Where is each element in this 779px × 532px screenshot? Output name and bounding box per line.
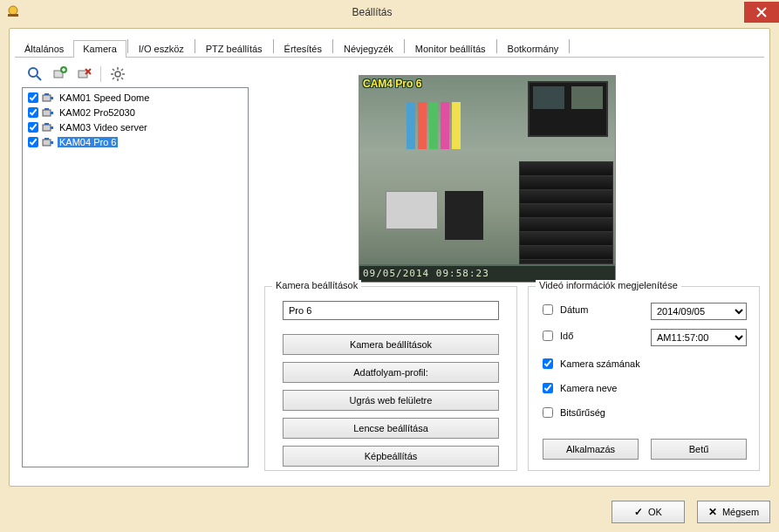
camera-tree-item[interactable]: KAM01 Speed Dome: [24, 90, 246, 105]
tab-separator: [496, 39, 497, 53]
svg-rect-16: [43, 95, 51, 101]
apply-button[interactable]: Alkalmazás: [543, 439, 639, 460]
preview-box: [445, 191, 483, 240]
tab-ptz-label: PTZ beállítás: [206, 44, 263, 54]
time-checkbox[interactable]: [543, 331, 553, 341]
tab-io[interactable]: I/O eszköz: [129, 40, 194, 58]
svg-line-12: [113, 69, 114, 71]
camera-tree-checkbox[interactable]: [28, 122, 38, 133]
svg-rect-22: [43, 125, 51, 131]
camera-name-input[interactable]: [283, 301, 499, 320]
tab-camera-label: Kamera: [83, 44, 117, 54]
camera-tree-checkbox[interactable]: [28, 137, 38, 147]
gear-icon[interactable]: [110, 66, 126, 82]
main-panel: Általános Kamera I/O eszköz PTZ beállítá…: [9, 28, 770, 487]
cam-name-checkbox[interactable]: [543, 383, 553, 393]
svg-point-2: [29, 68, 38, 77]
time-label: Idő: [560, 331, 573, 341]
tab-separator: [127, 39, 128, 53]
cam-number-row: Kamera számának: [543, 358, 640, 369]
camera-tree-item[interactable]: KAM04 Pro 6: [24, 134, 246, 149]
camera-tree-label: KAM02 Pro52030: [58, 107, 137, 118]
tab-contacts-label: Névjegyzék: [344, 44, 393, 54]
add-icon[interactable]: [51, 66, 67, 82]
date-combo[interactable]: 2014/09/05: [651, 303, 747, 320]
time-combo[interactable]: AM11:57:00: [651, 329, 747, 346]
svg-rect-21: [44, 108, 49, 110]
camera-icon: [42, 92, 54, 103]
tab-notify[interactable]: Értesítés: [275, 40, 331, 58]
image-settings-button[interactable]: Képbeállítás: [283, 446, 499, 467]
date-row: Dátum: [543, 304, 588, 315]
close-icon: ✕: [708, 506, 717, 518]
time-row: Idő: [543, 331, 573, 341]
tab-notify-label: Értesítés: [284, 44, 322, 54]
tab-general[interactable]: Általános: [15, 40, 73, 58]
cam-number-label: Kamera számának: [560, 358, 640, 369]
tab-separator: [273, 39, 274, 53]
tab-joystick-label: Botkormány: [508, 44, 559, 54]
tab-separator: [404, 39, 405, 53]
font-button[interactable]: Betű: [651, 439, 747, 460]
tab-camera[interactable]: Kamera: [73, 40, 126, 58]
ok-label: OK: [648, 507, 662, 517]
cam-number-checkbox[interactable]: [543, 358, 553, 369]
svg-rect-26: [51, 141, 53, 144]
tab-monitor[interactable]: Monitor beállítás: [406, 40, 495, 58]
svg-line-13: [121, 78, 123, 79]
date-checkbox[interactable]: [543, 304, 553, 315]
svg-rect-18: [44, 93, 49, 95]
tab-ptz[interactable]: PTZ beállítás: [196, 40, 272, 58]
camera-tree-item[interactable]: KAM03 Video server: [24, 119, 246, 134]
camera-tree-checkbox[interactable]: [28, 92, 38, 103]
svg-rect-1: [8, 14, 18, 17]
camera-tree[interactable]: KAM01 Speed DomeKAM02 Pro52030KAM03 Vide…: [22, 87, 249, 467]
lens-settings-button[interactable]: Lencse beállítása: [283, 418, 499, 439]
preview-monitor: [528, 81, 608, 137]
cancel-label: Mégsem: [722, 507, 759, 517]
tab-separator: [569, 39, 570, 53]
check-icon: ✓: [634, 506, 643, 518]
stream-profile-button[interactable]: Adatfolyam-profil:: [283, 362, 499, 383]
camera-tree-label: KAM03 Video server: [58, 122, 149, 133]
camera-settings-button[interactable]: Kamera beállítások: [283, 334, 499, 355]
tab-monitor-label: Monitor beállítás: [415, 44, 486, 54]
search-icon[interactable]: [27, 66, 43, 82]
preview-osd-name: CAM4 Pro 6: [363, 78, 421, 90]
tab-io-label: I/O eszköz: [139, 44, 184, 54]
toolbar-separator: [100, 66, 101, 82]
window-close-button[interactable]: [744, 2, 779, 23]
camera-icon: [42, 107, 54, 118]
svg-rect-20: [51, 112, 53, 114]
preview-banners: [407, 102, 476, 149]
tab-contacts[interactable]: Névjegyzék: [334, 40, 403, 58]
camera-settings-group: Kamera beállítások Kamera beállítások Ad…: [264, 286, 517, 471]
bitrate-row: Bitsűrűség: [543, 407, 605, 418]
camera-tree-checkbox[interactable]: [28, 107, 38, 118]
delete-icon[interactable]: [76, 66, 92, 82]
svg-rect-23: [51, 126, 53, 129]
camera-tree-item[interactable]: KAM02 Pro52030: [24, 105, 246, 119]
camera-toolbar: [27, 66, 126, 82]
svg-point-7: [115, 72, 120, 77]
cancel-button[interactable]: ✕ Mégsem: [697, 501, 770, 523]
svg-line-15: [121, 69, 123, 71]
tab-separator: [195, 39, 195, 53]
app-icon: [5, 3, 21, 19]
bitrate-label: Bitsűrűség: [560, 407, 605, 418]
tab-body-camera: KAM01 Speed DomeKAM02 Pro52030KAM03 Vide…: [15, 57, 764, 475]
camera-preview: CAM4 Pro 6 09/05/2014 09:58:23: [359, 75, 616, 283]
bitrate-checkbox[interactable]: [543, 407, 553, 418]
svg-rect-17: [51, 97, 53, 99]
cam-name-label: Kamera neve: [560, 383, 617, 393]
tab-separator: [332, 39, 333, 53]
video-info-legend: Videó információk megjelenítése: [536, 280, 681, 290]
title-bar: Beállítás: [0, 0, 779, 24]
ok-button[interactable]: ✓ OK: [612, 501, 685, 523]
web-ui-button[interactable]: Ugrás web felületre: [283, 390, 499, 411]
window-title: Beállítás: [0, 6, 744, 18]
tab-general-label: Általános: [24, 44, 64, 54]
tab-joystick[interactable]: Botkormány: [498, 40, 569, 58]
camera-settings-legend: Kamera beállítások: [272, 280, 361, 290]
svg-point-0: [9, 6, 17, 15]
